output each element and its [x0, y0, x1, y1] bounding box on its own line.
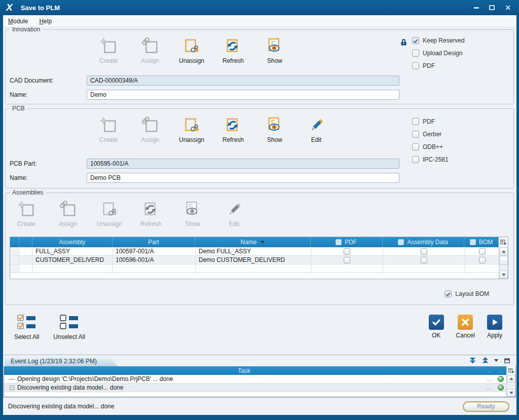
column-chooser-button[interactable]: [499, 237, 508, 247]
task-column-header[interactable]: Task: [4, 367, 484, 374]
table-row[interactable]: CUSTOMER_DELIVERD 100596-001/A Demo CUST…: [10, 256, 508, 264]
layout-bom-checkbox[interactable]: Layout BOM: [444, 290, 489, 297]
pcb-assign-button[interactable]: Assign: [134, 116, 166, 143]
column-header-assembly-data[interactable]: Assembly Data: [383, 237, 465, 247]
unassign-icon: [100, 200, 119, 219]
edit-icon: [225, 200, 244, 219]
event-log-row[interactable]: + Discovering existing data model... don…: [4, 384, 506, 392]
ok-button[interactable]: OK: [429, 313, 444, 339]
pcb-group-label: PCB: [10, 105, 27, 112]
select-all-button[interactable]: Select All: [14, 313, 39, 340]
status-ok-light: [498, 385, 504, 391]
apply-button[interactable]: Apply: [487, 313, 502, 339]
pcb-name-field[interactable]: [87, 173, 399, 183]
cad-document-label: CAD Document:: [10, 77, 87, 84]
assemblies-unassign-button[interactable]: Unassign: [94, 200, 125, 227]
scroll-up-arrow[interactable]: [507, 375, 515, 383]
innovation-unassign-button[interactable]: Unassign: [176, 37, 207, 64]
event-log-tab-bar: Event Log (1/23/19 2:32:06 PM): [4, 355, 516, 366]
assemblies-group-label: Assemblies: [10, 189, 46, 196]
innovation-name-field[interactable]: [87, 90, 399, 100]
pcb-unassign-button[interactable]: Unassign: [176, 116, 207, 143]
row-pdf-checkbox[interactable]: [344, 248, 350, 255]
keep-reserved-checkbox[interactable]: Keep Reserved: [412, 37, 465, 44]
bom-header-checkbox[interactable]: [470, 239, 476, 245]
assign-icon: [140, 116, 160, 135]
pcb-pdf-checkbox[interactable]: PDF: [412, 118, 449, 125]
pcb-show-button[interactable]: Show: [259, 116, 290, 143]
event-log-panel: Event Log (1/23/19 2:32:06 PM) Task ... …: [4, 355, 516, 397]
innovation-show-button[interactable]: Show: [259, 37, 290, 64]
unassign-icon: [182, 37, 201, 56]
innovation-refresh-button[interactable]: Refresh: [217, 37, 249, 64]
row-assembly-data-checkbox[interactable]: [421, 257, 427, 263]
column-header-part[interactable]: Part: [113, 237, 196, 247]
table-scrollbar[interactable]: [499, 247, 508, 279]
cell-part: 100597-001/A: [113, 247, 196, 255]
scroll-down-arrow[interactable]: [499, 271, 508, 279]
event-log-scrollbar[interactable]: [506, 375, 515, 397]
create-icon: [99, 37, 118, 56]
checkbox-label: Layout BOM: [455, 290, 489, 297]
pcb-edit-button[interactable]: Edit: [301, 116, 332, 143]
column-header-name[interactable]: Name: [195, 237, 311, 247]
event-log-row[interactable]: Opening design 'C:\Projects\Demo\Demo.Pr…: [4, 375, 506, 384]
assemblies-edit-button[interactable]: Edit: [218, 200, 250, 227]
row-more-button[interactable]: ...: [484, 385, 495, 391]
assemblies-create-button[interactable]: Create: [11, 200, 42, 227]
row-bom-checkbox[interactable]: [479, 248, 486, 255]
panel-menu-dropdown-icon[interactable]: [494, 359, 498, 362]
status-column-header: ...: [495, 368, 506, 373]
gerber-checkbox[interactable]: Gerber: [412, 131, 449, 138]
event-log-tab[interactable]: Event Log (1/23/19 2:32:06 PM): [5, 355, 118, 367]
pdf-header-checkbox[interactable]: [336, 239, 342, 245]
assemblies-toolbar: Create Assign Unassign Refresh Show: [11, 200, 250, 227]
cad-document-field: [87, 75, 399, 86]
column-header-bom[interactable]: BOM: [464, 237, 499, 247]
pcb-create-button[interactable]: Create: [93, 116, 124, 143]
unselect-all-button[interactable]: Unselect All: [53, 313, 85, 340]
menu-module[interactable]: Module: [8, 18, 28, 25]
row-assembly-data-checkbox[interactable]: [421, 248, 427, 255]
checkbox-label: PDF: [423, 62, 435, 69]
checkbox-box: [412, 118, 419, 125]
menu-bar: Module Help: [3, 15, 516, 27]
pcb-group: PCB Create Assign Unassign Refresh: [5, 108, 514, 188]
scroll-up-arrow[interactable]: [499, 247, 508, 255]
restore-panel-icon[interactable]: [503, 357, 511, 364]
expand-panel-icon[interactable]: [481, 357, 489, 364]
collapse-panel-icon[interactable]: [469, 357, 476, 364]
pcb-refresh-button[interactable]: Refresh: [217, 116, 249, 143]
innovation-pdf-checkbox[interactable]: PDF: [412, 62, 465, 69]
assemblies-refresh-button[interactable]: Refresh: [135, 200, 167, 227]
minimize-button[interactable]: [474, 3, 479, 12]
assemblies-assign-button[interactable]: Assign: [52, 200, 84, 227]
checkbox-box: [412, 62, 419, 69]
cell-assembly: CUSTOMER_DELIVERD: [32, 256, 113, 264]
innovation-assign-button[interactable]: Assign: [134, 37, 166, 64]
close-button[interactable]: ✕: [505, 3, 511, 12]
maximize-button[interactable]: [489, 3, 495, 12]
upload-design-checkbox[interactable]: Upload Design: [412, 50, 465, 57]
tree-expand-icon[interactable]: +: [10, 386, 14, 390]
event-log-column-chooser-button[interactable]: [506, 366, 515, 375]
row-more-button[interactable]: ...: [484, 376, 495, 382]
assembly-data-header-checkbox[interactable]: [398, 239, 404, 245]
column-header-pdf[interactable]: PDF: [311, 237, 383, 247]
assemblies-show-button[interactable]: Show: [177, 200, 208, 227]
cancel-button[interactable]: Cancel: [456, 313, 475, 339]
scrollbar-thumb[interactable]: [499, 256, 508, 265]
column-header-assembly[interactable]: Assembly: [32, 237, 113, 247]
checkbox-label: ODB++: [423, 143, 443, 150]
innovation-create-button[interactable]: Create: [93, 37, 124, 64]
scroll-down-arrow[interactable]: [507, 389, 515, 397]
table-row[interactable]: FULL_ASSY 100597-001/A Demo FULL_ASSY: [10, 247, 508, 256]
row-bom-checkbox[interactable]: [479, 257, 486, 263]
refresh-icon: [141, 200, 161, 219]
odb-checkbox[interactable]: ODB++: [412, 143, 449, 150]
menu-help[interactable]: Help: [39, 18, 52, 25]
column-chooser-icon: [508, 367, 514, 374]
more-column-header: ...: [484, 368, 495, 373]
checkbox-label: Keep Reserved: [423, 37, 465, 44]
row-pdf-checkbox[interactable]: [344, 257, 350, 263]
